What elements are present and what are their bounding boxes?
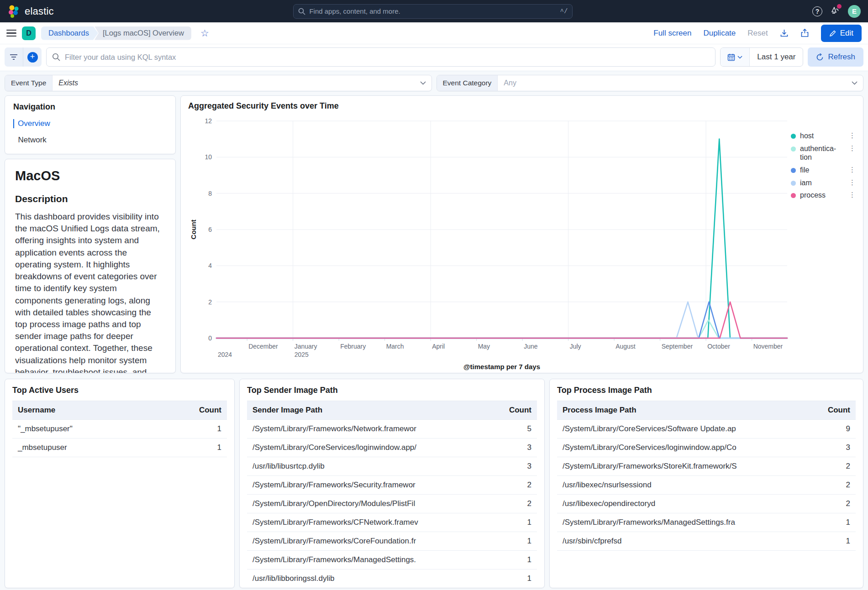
- control-event-category[interactable]: Event Category Any: [437, 75, 864, 91]
- table-row[interactable]: /System/Library/Frameworks/StoreKit.fram…: [557, 457, 856, 476]
- share-icon[interactable]: [800, 29, 809, 37]
- legend-options-icon[interactable]: ⋮: [849, 132, 856, 139]
- control-event-type[interactable]: Event Type Exists: [5, 75, 432, 91]
- calendar-icon[interactable]: [721, 48, 750, 66]
- duplicate-button[interactable]: Duplicate: [703, 29, 736, 38]
- svg-text:August: August: [615, 343, 636, 350]
- table-row[interactable]: /System/Library/Frameworks/CFNetwork.fra…: [247, 513, 537, 532]
- sidebar-item-network[interactable]: Network: [13, 136, 167, 145]
- legend-options-icon[interactable]: ⋮: [849, 145, 856, 151]
- column-header[interactable]: Count: [822, 401, 856, 420]
- svg-text:2025: 2025: [295, 351, 309, 358]
- svg-text:2: 2: [208, 298, 212, 306]
- full-screen-button[interactable]: Full screen: [653, 29, 691, 38]
- global-header: elastic Find apps, content, and more. ^/…: [0, 0, 868, 22]
- space-badge[interactable]: D: [22, 26, 36, 40]
- column-header[interactable]: Count: [504, 401, 537, 420]
- table-row[interactable]: /System/Library/Frameworks/CoreFoundatio…: [247, 532, 537, 551]
- legend-item-process[interactable]: process⋮: [791, 191, 856, 200]
- column-header[interactable]: Sender Image Path: [247, 401, 504, 420]
- legend-dot: [791, 193, 796, 198]
- download-icon[interactable]: [780, 29, 789, 37]
- legend-label: iam: [800, 179, 839, 188]
- svg-text:@timestamp per 7 days: @timestamp per 7 days: [463, 363, 540, 371]
- table-row[interactable]: /usr/libexec/nsurlsessiond2: [557, 476, 856, 495]
- svg-text:May: May: [478, 343, 490, 350]
- svg-text:March: March: [386, 343, 404, 350]
- kql-search-input[interactable]: Filter your data using KQL syntax: [46, 47, 715, 67]
- legend-options-icon[interactable]: ⋮: [849, 179, 856, 186]
- elastic-logo-icon: [7, 5, 20, 18]
- description-text: This dashboard provides visibility into …: [15, 211, 165, 373]
- pencil-icon: [829, 30, 836, 37]
- table-row[interactable]: /usr/lib/libboringssl.dylib1: [247, 569, 537, 588]
- add-filter-button[interactable]: +: [23, 47, 42, 67]
- svg-text:0: 0: [208, 334, 212, 342]
- table-row[interactable]: /usr/lib/system/libxpc.dylib1: [247, 588, 537, 589]
- table-row[interactable]: /System/Library/Frameworks/ManagedSettin…: [247, 551, 537, 569]
- svg-text:6: 6: [208, 226, 212, 233]
- svg-text:December: December: [248, 343, 278, 350]
- column-header[interactable]: Process Image Path: [557, 401, 822, 420]
- chevron-down-icon: [420, 81, 426, 85]
- control-event-type-label: Event Type: [5, 75, 53, 91]
- svg-text:July: July: [570, 343, 581, 350]
- brand-name: elastic: [25, 5, 54, 17]
- breadcrumb-dashboards[interactable]: Dashboards: [41, 26, 98, 40]
- table-row[interactable]: "_mbsetupuser"1: [12, 420, 227, 439]
- refresh-button[interactable]: Refresh: [808, 47, 863, 67]
- reset-button: Reset: [747, 29, 768, 38]
- edit-button[interactable]: Edit: [821, 25, 862, 42]
- svg-text:January: January: [295, 343, 317, 350]
- saved-query-menu-icon[interactable]: [5, 47, 23, 67]
- column-header[interactable]: Count: [194, 401, 227, 420]
- svg-text:8: 8: [208, 190, 212, 197]
- newsfeed-icon[interactable]: [831, 6, 840, 17]
- table-row[interactable]: /System/Library/CoreServices/loginwindow…: [557, 439, 856, 457]
- legend-item-host[interactable]: host⋮: [791, 132, 856, 141]
- legend-label: authentication: [800, 145, 839, 162]
- toolbar: D Dashboards [Logs macOS] Overview ☆ Ful…: [0, 22, 868, 44]
- elastic-logo[interactable]: elastic: [7, 5, 54, 18]
- top-sender-image-path-panel: Top Sender Image Path Sender Image PathC…: [239, 379, 545, 588]
- table-row[interactable]: /usr/libexec/opendirectoryd2: [557, 495, 856, 513]
- table-row[interactable]: /System/Library/Frameworks/Network.frame…: [247, 420, 537, 439]
- navigation-panel: Navigation Overview Network: [5, 95, 176, 154]
- legend-item-iam[interactable]: iam⋮: [791, 179, 856, 188]
- description-heading: Description: [15, 193, 165, 204]
- table-row[interactable]: /System/Library/CoreServices/loginwindow…: [247, 439, 537, 457]
- date-picker: Last 1 year: [720, 47, 803, 67]
- help-icon[interactable]: ?: [812, 6, 822, 16]
- events-chart: 024681012DecemberJanuaryFebruaryMarchApr…: [188, 114, 791, 372]
- svg-text:June: June: [524, 343, 538, 350]
- global-search-input[interactable]: Find apps, content, and more. ^/: [293, 4, 573, 19]
- column-header[interactable]: Username: [12, 401, 194, 420]
- sidebar-item-overview[interactable]: Overview: [13, 119, 167, 128]
- favorite-star-icon[interactable]: ☆: [200, 28, 209, 39]
- menu-icon[interactable]: [6, 30, 16, 37]
- kql-placeholder: Filter your data using KQL syntax: [65, 53, 176, 62]
- macos-description-panel: MacOS Description This dashboard provide…: [5, 159, 176, 373]
- table-row[interactable]: /System/Library/OpenDirectory/Modules/Pl…: [247, 495, 537, 513]
- legend-item-authentication[interactable]: authentication⋮: [791, 145, 856, 162]
- table-row[interactable]: /System/Library/Frameworks/Security.fram…: [247, 476, 537, 495]
- control-event-category-label: Event Category: [437, 75, 498, 91]
- legend-item-file[interactable]: file⋮: [791, 166, 856, 175]
- table-row[interactable]: /System/Library/CoreServices/Software Up…: [557, 420, 856, 439]
- table-row[interactable]: /usr/sbin/cfprefsd1: [557, 532, 856, 551]
- breadcrumb-current: [Logs macOS] Overview: [95, 26, 191, 40]
- table-row[interactable]: /usr/lib/libusrtcp.dylib3: [247, 457, 537, 476]
- control-event-type-value: Exists: [53, 79, 420, 87]
- table-row[interactable]: /System/Library/Frameworks/ManagedSettin…: [557, 513, 856, 532]
- navigation-title: Navigation: [13, 102, 167, 112]
- legend-options-icon[interactable]: ⋮: [849, 191, 856, 198]
- legend-options-icon[interactable]: ⋮: [849, 166, 856, 173]
- panel-title: Top Process Image Path: [557, 386, 856, 395]
- user-avatar[interactable]: E: [848, 5, 861, 18]
- table-row[interactable]: _mbsetupuser1: [12, 439, 227, 457]
- control-event-category-value: Any: [498, 79, 852, 87]
- time-range-value[interactable]: Last 1 year: [750, 48, 803, 66]
- svg-text:4: 4: [208, 262, 212, 269]
- svg-text:October: October: [707, 343, 730, 350]
- chart-legend: host⋮authentication⋮file⋮iam⋮process⋮: [791, 114, 856, 372]
